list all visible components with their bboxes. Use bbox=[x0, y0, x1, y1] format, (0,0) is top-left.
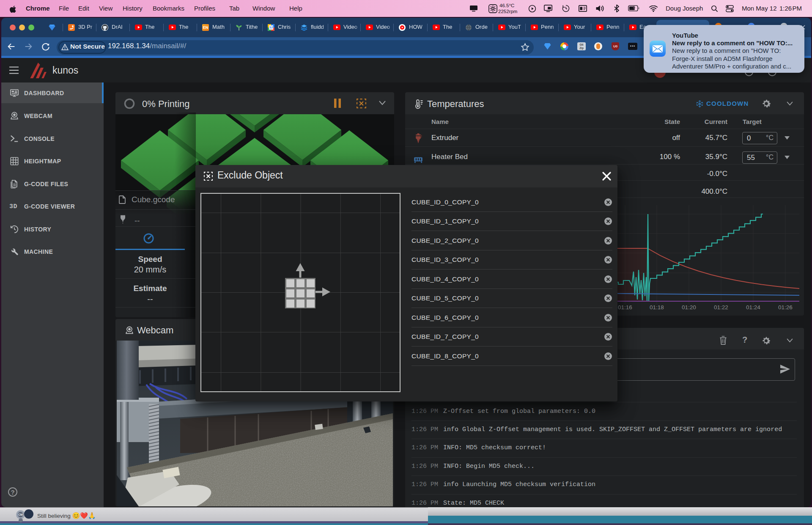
svg-text:01:18: 01:18 bbox=[650, 304, 664, 311]
svg-text:01:24: 01:24 bbox=[746, 304, 760, 311]
svg-text:01:26: 01:26 bbox=[778, 304, 793, 311]
svg-text:01:20: 01:20 bbox=[682, 304, 696, 311]
svg-text:01:22: 01:22 bbox=[714, 304, 728, 311]
svg-text:01:16: 01:16 bbox=[618, 304, 632, 311]
